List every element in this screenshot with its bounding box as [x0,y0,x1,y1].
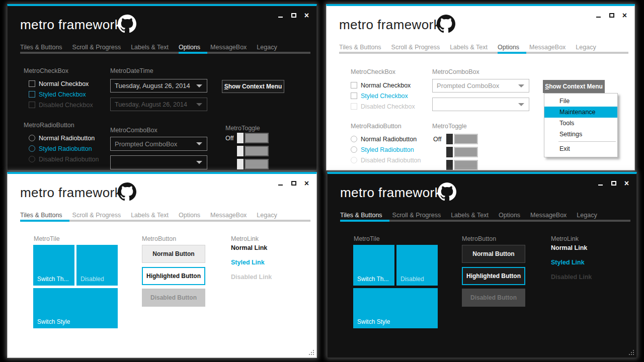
radio-styled[interactable]: Styled Radiobutton [351,146,414,153]
window-controls: × [277,12,310,20]
tab-legacy[interactable]: Legacy [576,41,606,52]
tab-scroll-progress[interactable]: Scroll & Progress [72,209,131,220]
github-logo-icon [437,15,455,33]
tab-options[interactable]: Options [498,41,529,52]
dropdown-arrow-icon [196,142,202,145]
tile-switch-style[interactable]: Switch Style [33,288,118,328]
tab-scroll-progress[interactable]: Scroll & Progress [391,41,450,52]
combobox-prompted[interactable]: Prompted ComboBox [110,137,207,151]
menu-item-tools[interactable]: Tools [544,118,617,129]
tab-labels-text[interactable]: Labels & Text [131,41,179,52]
combobox-empty[interactable] [110,155,207,169]
highlighted-button[interactable]: Highlighted Button [462,267,525,285]
toggle-track [454,160,478,170]
close-button[interactable]: × [303,180,310,187]
close-button[interactable]: × [303,12,310,19]
section-label-metrocheckbox: MetroCheckBox [24,67,68,74]
toggle-handle [237,146,244,156]
resize-grip[interactable] [313,354,314,355]
tab-labels-text[interactable]: Labels & Text [451,209,499,220]
combobox-prompted[interactable]: Prompted ComboBox [432,79,529,93]
toggle-switch-1[interactable] [446,134,478,144]
normal-link[interactable]: Normal Link [551,244,587,251]
toggle-handle [446,134,453,144]
minimize-icon [278,17,283,18]
maximize-icon [291,181,296,186]
tab-strip: Tiles & Buttons Scroll & Progress Labels… [20,209,310,222]
minimize-button[interactable] [595,12,602,19]
tile-switch-theme[interactable]: Switch Th... [33,245,74,286]
menu-item-maintenance[interactable]: Maintenance [544,107,617,118]
datetime-dropdown[interactable]: Tuesday, August 26, 2014 [110,79,207,93]
toggle-switch-2[interactable] [446,147,478,157]
normal-link[interactable]: Normal Link [231,244,267,251]
minimize-button[interactable] [597,180,604,187]
tab-options[interactable]: Options [179,41,210,52]
tab-legacy[interactable]: Legacy [257,41,287,52]
maximize-button[interactable] [610,180,617,187]
combobox-empty[interactable] [432,98,529,111]
tab-messagebox[interactable]: MessageBox [529,41,576,52]
section-label-metrobutton: MetroButton [462,235,496,242]
toggle-switch-1[interactable] [237,133,269,143]
section-label-metrocombobox: MetroComboBox [432,68,479,75]
window-title: metro framework [20,185,121,201]
toggle-switch-3[interactable] [237,159,269,169]
toggle-handle [446,160,453,170]
checkbox-icon [29,80,35,87]
show-context-menu-button[interactable]: Show Context Menu [222,80,284,93]
toggle-track [454,134,478,144]
minimize-button[interactable] [277,180,284,187]
tab-tiles-buttons[interactable]: Tiles & Buttons [340,209,392,220]
checkbox-normal[interactable]: Normal Checkbox [29,80,89,87]
tab-messagebox[interactable]: MessageBox [210,209,257,220]
menu-item-exit[interactable]: Exit [544,143,617,154]
tab-labels-text[interactable]: Labels & Text [131,209,179,220]
window-controls: × [277,180,310,188]
radio-styled[interactable]: Styled Radiobutton [29,145,92,152]
minimize-button[interactable] [277,12,284,19]
disabled-button: Disabled Button [462,289,525,307]
styled-link[interactable]: Styled Link [231,259,265,266]
styled-link[interactable]: Styled Link [551,259,585,266]
close-button[interactable]: × [623,180,630,187]
tab-labels-text[interactable]: Labels & Text [450,41,498,52]
radio-normal[interactable]: Normal Radiobutton [29,134,95,142]
normal-button[interactable]: Normal Button [142,245,205,263]
maximize-button[interactable] [290,12,297,19]
checkbox-styled[interactable]: Styled Checkbox [351,92,408,100]
section-label-metrotile: MetroTile [34,235,60,242]
radio-disabled: Disabled Radiobutton [351,156,421,164]
tab-scroll-progress[interactable]: Scroll & Progress [392,209,451,220]
tab-legacy[interactable]: Legacy [257,209,287,220]
show-context-menu-button[interactable]: Show Context Menu [543,80,605,93]
radio-normal[interactable]: Normal Radiobutton [351,135,417,143]
maximize-button[interactable] [608,12,615,19]
tab-legacy[interactable]: Legacy [577,209,607,220]
tab-tiles-buttons[interactable]: Tiles & Buttons [20,41,72,52]
close-button[interactable]: × [621,12,628,19]
radio-icon [29,156,35,162]
checkbox-normal[interactable]: Normal Checkbox [351,81,411,89]
tile-switch-theme[interactable]: Switch Th... [353,245,394,286]
radio-icon [29,145,35,152]
tab-scroll-progress[interactable]: Scroll & Progress [72,41,131,52]
checkbox-styled[interactable]: Styled Checkbox [29,90,86,98]
maximize-button[interactable] [290,180,297,187]
tab-options[interactable]: Options [499,209,530,220]
highlighted-button[interactable]: Highlighted Button [142,267,205,285]
tab-tiles-buttons[interactable]: Tiles & Buttons [339,41,391,52]
resize-grip[interactable] [633,354,634,355]
tile-switch-style[interactable]: Switch Style [353,288,438,328]
toggle-handle [237,159,244,169]
tab-messagebox[interactable]: MessageBox [530,209,577,220]
normal-button[interactable]: Normal Button [462,245,525,263]
toggle-switch-2[interactable] [237,146,269,156]
menu-item-settings[interactable]: Settings [544,129,617,140]
menu-item-file[interactable]: File [544,96,617,107]
tab-messagebox[interactable]: MessageBox [210,41,257,52]
tab-tiles-buttons[interactable]: Tiles & Buttons [20,209,72,220]
tab-options[interactable]: Options [179,209,210,220]
toggle-track [245,133,269,143]
toggle-switch-3[interactable] [446,160,478,170]
